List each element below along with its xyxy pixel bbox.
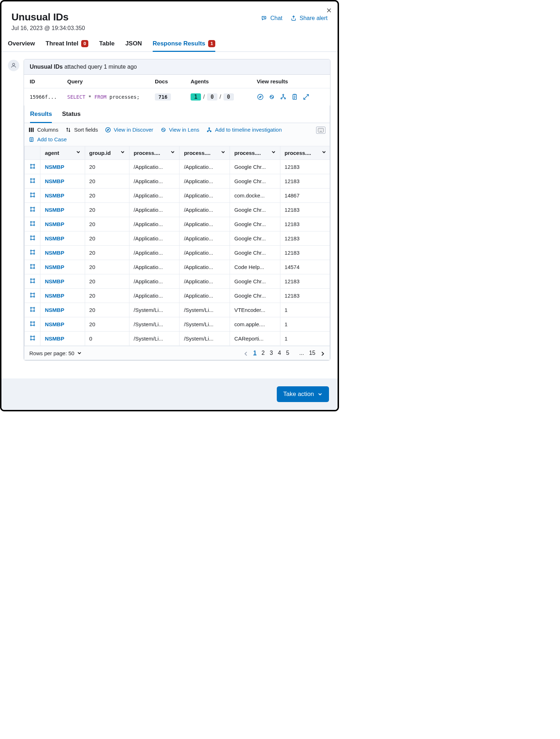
- cell-p2: /Applicatio...: [180, 289, 230, 303]
- table-row: NSMBP0/System/Li.../System/Li...CAReport…: [25, 332, 330, 346]
- page-number[interactable]: 3: [270, 350, 273, 356]
- tab-table[interactable]: Table: [99, 38, 114, 52]
- columns-button[interactable]: Columns: [29, 127, 58, 133]
- cell-group: 20: [85, 160, 129, 174]
- svg-point-18: [34, 164, 35, 165]
- analyze-icon[interactable]: [29, 278, 36, 284]
- cell-p2: /Applicatio...: [180, 246, 230, 260]
- agent-link[interactable]: NSMBP: [45, 278, 64, 284]
- page-number[interactable]: 2: [261, 350, 265, 356]
- svg-point-63: [30, 325, 31, 326]
- cell-p1: /Applicatio...: [129, 174, 180, 189]
- close-icon[interactable]: [326, 6, 332, 14]
- expand-icon[interactable]: [303, 93, 310, 101]
- take-action-button[interactable]: Take action: [277, 386, 329, 402]
- svg-point-60: [34, 310, 35, 312]
- analyze-icon[interactable]: [29, 192, 36, 198]
- agent-link[interactable]: NSMBP: [45, 293, 64, 299]
- page-number[interactable]: 1: [253, 350, 256, 356]
- agent-link[interactable]: NSMBP: [45, 207, 64, 213]
- svg-point-35: [30, 225, 31, 226]
- tab-threat-intel-label: Threat Intel: [46, 40, 79, 47]
- cell-p1: /Applicatio...: [129, 189, 180, 203]
- page-last[interactable]: 15: [309, 350, 315, 356]
- columns-label: Columns: [37, 127, 58, 133]
- add-timeline-button[interactable]: Add to timeline investigation: [206, 127, 282, 133]
- agent-link[interactable]: NSMBP: [45, 164, 64, 170]
- svg-point-30: [34, 207, 35, 208]
- column-header[interactable]: process....: [230, 146, 280, 160]
- subtab-status[interactable]: Status: [62, 106, 80, 123]
- attachment-title-bold: Unusual IDs: [30, 64, 63, 70]
- svg-point-20: [34, 167, 35, 168]
- cell-group: 0: [85, 332, 129, 346]
- analyze-icon[interactable]: [29, 292, 36, 298]
- prev-page[interactable]: [244, 350, 248, 356]
- cell-p2: /Applicatio...: [180, 189, 230, 203]
- svg-point-26: [34, 193, 35, 194]
- page-number[interactable]: 5: [286, 350, 289, 356]
- timeline-label: Add to timeline investigation: [215, 127, 282, 133]
- add-case-icon[interactable]: [291, 93, 298, 101]
- column-header[interactable]: agent: [40, 146, 85, 160]
- share-button[interactable]: Share alert: [290, 15, 328, 21]
- svg-point-4: [281, 98, 282, 99]
- analyze-icon[interactable]: [29, 321, 36, 327]
- agent-link[interactable]: NSMBP: [45, 178, 64, 184]
- column-header[interactable]: process....: [129, 146, 180, 160]
- column-header[interactable]: group.id: [85, 146, 129, 160]
- tab-threat-intel[interactable]: Threat Intel 0: [46, 38, 89, 52]
- agent-link[interactable]: NSMBP: [45, 307, 64, 313]
- analyze-icon[interactable]: [29, 221, 36, 226]
- tab-overview[interactable]: Overview: [8, 38, 35, 52]
- analyze-icon[interactable]: [29, 206, 36, 212]
- svg-point-55: [30, 296, 31, 297]
- agent-link[interactable]: NSMBP: [45, 192, 64, 199]
- analyze-icon[interactable]: [29, 249, 36, 255]
- agent-link[interactable]: NSMBP: [45, 221, 64, 227]
- analyze-icon[interactable]: [29, 335, 36, 341]
- query-id: 15966f...: [30, 94, 67, 100]
- keyboard-icon[interactable]: [316, 127, 325, 134]
- chat-button[interactable]: Chat: [261, 15, 283, 21]
- agent-link[interactable]: NSMBP: [45, 336, 64, 342]
- analyze-icon[interactable]: [29, 307, 36, 312]
- response-results-badge: 1: [208, 40, 215, 47]
- subtab-results[interactable]: Results: [30, 106, 52, 123]
- column-header[interactable]: process....: [280, 146, 330, 160]
- column-header[interactable]: process....: [180, 146, 230, 160]
- view-discover-button[interactable]: View in Discover: [105, 127, 153, 133]
- tab-response-results[interactable]: Response Results 1: [153, 38, 215, 52]
- tab-json[interactable]: JSON: [125, 38, 142, 52]
- cell-p2: /System/Li...: [180, 317, 230, 332]
- sort-button[interactable]: Sort fields: [65, 127, 98, 133]
- discover-icon[interactable]: [257, 93, 264, 101]
- add-case-button[interactable]: Add to Case: [29, 136, 325, 142]
- svg-rect-16: [318, 128, 324, 132]
- cell-p1: /Applicatio...: [129, 274, 180, 289]
- agent-link[interactable]: NSMBP: [45, 264, 64, 270]
- lens-label: View in Lens: [169, 127, 200, 133]
- analyze-icon[interactable]: [29, 163, 36, 169]
- view-lens-button[interactable]: View in Lens: [161, 127, 200, 133]
- analyze-icon[interactable]: [29, 235, 36, 241]
- timeline-icon[interactable]: [280, 93, 287, 101]
- next-page[interactable]: [320, 350, 325, 356]
- lens-icon[interactable]: [268, 93, 275, 101]
- svg-point-56: [34, 296, 35, 297]
- agent-success: 1: [191, 93, 201, 101]
- agent-pending: 0: [207, 93, 217, 101]
- analyze-icon[interactable]: [29, 178, 36, 183]
- svg-rect-7: [29, 128, 30, 132]
- agent-link[interactable]: NSMBP: [45, 235, 64, 241]
- svg-point-28: [34, 196, 35, 197]
- cell-p4: 12183: [280, 203, 330, 217]
- rows-per-page[interactable]: Rows per page: 50: [29, 350, 82, 356]
- table-row: NSMBP20/Applicatio.../Applicatio...Googl…: [25, 289, 330, 303]
- agent-link[interactable]: NSMBP: [45, 321, 64, 327]
- cell-group: 20: [85, 174, 129, 189]
- page-number[interactable]: 4: [278, 350, 281, 356]
- analyze-icon[interactable]: [29, 264, 36, 269]
- cell-p2: /Applicatio...: [180, 203, 230, 217]
- agent-link[interactable]: NSMBP: [45, 250, 64, 256]
